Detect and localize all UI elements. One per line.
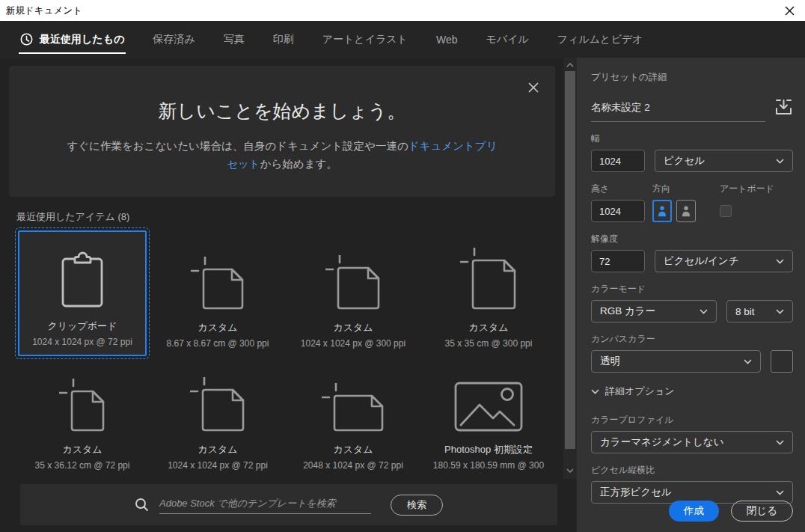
color-mode-value: RGB カラー (600, 305, 655, 318)
banner-desc-text-2: から始めます。 (260, 158, 337, 170)
template-tile-5[interactable]: カスタム 1024 x 1024 px @ 72 ppi (153, 366, 282, 478)
chevron-down-icon (776, 490, 784, 495)
resolution-input[interactable] (591, 250, 645, 272)
banner-description: すぐに作業をおこないたい場合は、自身のドキュメント設定や一連のドキュメントプリ … (9, 137, 555, 173)
scrollbar-down-icon[interactable] (563, 466, 577, 475)
banner-desc-text: すぐに作業をおこないたい場合は、自身のドキュメント設定や一連の (67, 140, 408, 152)
template-tile-7[interactable]: Photoshop 初期設定 180.59 x 180.59 mm @ 300 (424, 366, 553, 478)
artboard-label: アートボード (720, 183, 774, 195)
chevron-down-icon (744, 359, 752, 364)
canvas-color-swatch[interactable] (771, 350, 793, 373)
bit-depth-value: 8 bit (735, 306, 755, 317)
canvas-color-dropdown[interactable]: 透明 (591, 350, 761, 373)
recent-items-heading: 最近使用したアイテム (8) (16, 210, 129, 224)
bit-depth-dropdown[interactable]: 8 bit (726, 300, 793, 322)
width-input[interactable] (591, 150, 645, 172)
advanced-options-label: 詳細オプション (605, 385, 675, 398)
advanced-options-toggle[interactable]: 詳細オプション (591, 385, 793, 398)
preset-details-panel: プリセットの詳細 名称未設定 2 幅 ピクセル (577, 58, 805, 532)
template-tile-3[interactable]: カスタム 35 x 35 cm @ 300 ppi (424, 230, 553, 356)
panel-heading: プリセットの詳細 (591, 71, 793, 84)
welcome-banner: 新しいことを始めましょう。 すぐに作業をおこないたい場合は、自身のドキュメント設… (9, 66, 555, 197)
preset-name-field[interactable]: 名称未設定 2 (591, 102, 650, 113)
scrollbar-thumb[interactable] (565, 71, 575, 449)
page-icon (325, 255, 381, 311)
search-icon (135, 498, 149, 512)
page-icon (322, 383, 385, 432)
dialog-content: 新しいことを始めましょう。 すぐに作業をおこないたい場合は、自身のドキュメント設… (0, 58, 805, 532)
color-mode-label: カラーモード (591, 283, 793, 296)
tab-4[interactable]: アートとイラスト (321, 21, 409, 58)
template-tile-4[interactable]: カスタム 35 x 36.12 cm @ 72 ppi (18, 366, 147, 478)
banner-title: 新しいことを始めましょう。 (9, 99, 555, 123)
tab-bar: 最近使用したもの 保存済み 写真 印刷 アートとイラスト Web モバイル フィ… (0, 21, 805, 58)
create-button[interactable]: 作成 (669, 501, 719, 522)
template-grid: クリップボード 1024 x 1024 px @ 72 ppi カスタム 8.6… (18, 230, 560, 478)
close-button[interactable]: 閉じる (731, 501, 793, 522)
portrait-person-icon (656, 204, 668, 218)
window-close-icon[interactable] (781, 2, 798, 19)
search-button[interactable]: 検索 (391, 495, 443, 516)
template-tile-0[interactable]: クリップボード 1024 x 1024 px @ 72 ppi (18, 230, 147, 356)
pixel-aspect-label: ピクセル縦横比 (591, 464, 793, 477)
color-profile-dropdown[interactable]: カラーマネジメントしない (591, 431, 793, 453)
color-mode-dropdown[interactable]: RGB カラー (591, 300, 717, 322)
orientation-label: 方向 (652, 183, 696, 195)
chevron-down-icon (591, 389, 599, 394)
tab-3[interactable]: 印刷 (272, 21, 296, 58)
template-tile-2[interactable]: カスタム 1024 x 1024 px @ 300 ppi (289, 230, 417, 356)
height-label: 高さ (591, 183, 645, 195)
tab-5[interactable]: Web (435, 21, 459, 58)
document-preset-link-2[interactable]: セット (227, 158, 260, 170)
orientation-portrait-button[interactable] (652, 200, 672, 222)
window-title: 新規ドキュメント (6, 4, 82, 17)
window-titlebar: 新規ドキュメント (0, 0, 805, 21)
chevron-down-icon (776, 259, 784, 264)
page-icon (190, 377, 245, 432)
pixel-aspect-value: 正方形ピクセル (600, 486, 672, 499)
artboard-checkbox[interactable] (720, 205, 732, 217)
preset-name-row: 名称未設定 2 (591, 98, 793, 122)
color-profile-value: カラーマネジメントしない (600, 435, 723, 449)
stock-search-bar: 検索 (20, 484, 557, 525)
tab-2[interactable]: 写真 (222, 21, 246, 58)
canvas-color-value: 透明 (600, 355, 620, 368)
main-area: 新しいことを始めましょう。 すぐに作業をおこないたい場合は、自身のドキュメント設… (0, 58, 563, 532)
photo-icon (454, 382, 523, 432)
width-unit-value: ピクセル (664, 154, 705, 168)
tab-7[interactable]: フィルムとビデオ (556, 21, 645, 58)
width-unit-dropdown[interactable]: ピクセル (655, 150, 793, 172)
document-preset-link[interactable]: ドキュメントプリ (408, 140, 498, 152)
banner-close-icon[interactable] (527, 81, 540, 94)
canvas-color-label: カンバスカラー (591, 333, 793, 346)
panel-action-buttons: 作成 閉じる (669, 501, 793, 522)
page-icon (191, 257, 245, 311)
search-input[interactable] (159, 496, 371, 514)
resolution-unit-dropdown[interactable]: ピクセル/インチ (655, 250, 793, 272)
resolution-label: 解像度 (591, 233, 793, 245)
page-icon (460, 248, 517, 311)
clock-icon (20, 33, 33, 46)
width-label: 幅 (591, 132, 793, 145)
tab-1[interactable]: 保存済み (151, 21, 196, 58)
chevron-down-icon (776, 309, 784, 314)
page-icon (59, 379, 105, 432)
tab-0[interactable]: 最近使用したもの (19, 21, 126, 58)
orientation-landscape-button[interactable] (676, 200, 696, 222)
chevron-down-icon (700, 309, 708, 314)
chevron-down-icon (776, 440, 784, 445)
clipboard-icon (59, 249, 105, 309)
chevron-down-icon (776, 159, 784, 164)
main-scrollbar[interactable] (563, 58, 577, 479)
save-preset-icon[interactable] (774, 98, 793, 119)
height-input[interactable] (591, 200, 645, 222)
template-tile-1[interactable]: カスタム 8.67 x 8.67 cm @ 300 ppi (153, 230, 282, 356)
scrollbar-up-icon[interactable] (563, 61, 577, 70)
tab-6[interactable]: モバイル (484, 21, 530, 58)
landscape-person-icon (680, 204, 692, 218)
template-tile-6[interactable]: カスタム 2048 x 1024 px @ 72 ppi (289, 366, 417, 478)
color-profile-label: カラープロファイル (591, 414, 793, 426)
resolution-unit-value: ピクセル/インチ (664, 254, 738, 268)
